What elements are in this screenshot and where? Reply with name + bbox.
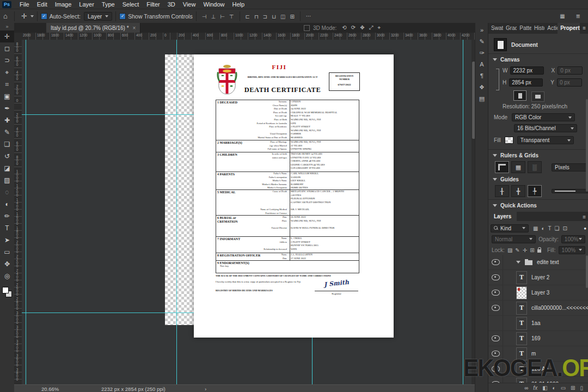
- orientation-landscape-button[interactable]: [531, 91, 544, 102]
- layer-mask-icon[interactable]: ◧: [542, 385, 547, 391]
- menu-item-3d[interactable]: 3D: [164, 1, 179, 8]
- eyedropper-tool[interactable]: ✒: [0, 102, 14, 114]
- menu-item-view[interactable]: View: [179, 1, 200, 8]
- lasso-tool[interactable]: ⊃: [0, 54, 14, 66]
- move-tool-icon[interactable]: ✛: [18, 12, 30, 20]
- align-0-icon[interactable]: ⊣: [200, 14, 209, 20]
- close-icon[interactable]: ×: [133, 25, 136, 31]
- layers-scrollbar[interactable]: [586, 255, 588, 288]
- distribute-2-icon[interactable]: ⊐: [261, 14, 270, 20]
- foreground-color-swatch[interactable]: [2, 287, 9, 293]
- visibility-toggle[interactable]: [488, 301, 503, 315]
- ruler-corner[interactable]: [14, 33, 22, 40]
- guide-vertical[interactable]: [176, 40, 177, 384]
- chevron-down-icon[interactable]: [30, 15, 34, 17]
- tab-layers[interactable]: Layers: [488, 212, 517, 221]
- filter-type-4-icon[interactable]: ⊡: [563, 225, 567, 231]
- clone-stamp-tool[interactable]: ❏: [0, 138, 14, 150]
- home-icon[interactable]: ⌂: [0, 12, 11, 20]
- libraries-panel-icon[interactable]: ▤: [475, 95, 488, 103]
- distribute-1-icon[interactable]: ⊓: [252, 14, 261, 20]
- status-caret-icon[interactable]: ›: [205, 386, 206, 392]
- guides-button-2[interactable]: ╄: [528, 185, 542, 197]
- lock-option-3-icon[interactable]: ⊞: [530, 247, 534, 253]
- properties-scrollbar[interactable]: [586, 99, 588, 192]
- horizontal-ruler[interactable]: 2000180016001400120010008006004002000200…: [22, 33, 475, 40]
- adjustment-layer-icon[interactable]: ◐: [553, 385, 556, 391]
- color-swatches[interactable]: [0, 285, 14, 299]
- align-1-icon[interactable]: ⊥: [209, 14, 218, 20]
- path-select-tool[interactable]: ➤: [0, 234, 14, 246]
- visibility-toggle[interactable]: [488, 316, 503, 330]
- layer-row[interactable]: T169: [488, 331, 588, 346]
- mode-3d-2-icon[interactable]: ✥: [358, 24, 366, 30]
- visibility-toggle[interactable]: [488, 331, 503, 346]
- delete-layer-icon[interactable]: ▯: [580, 385, 583, 391]
- vertical-ruler[interactable]: 8006004002000200400600800100012001400160…: [14, 40, 22, 384]
- ruler-units-dropdown[interactable]: Pixels: [552, 163, 588, 171]
- lock-option-1-icon[interactable]: ✎: [515, 247, 519, 253]
- lock-all-icon[interactable]: [537, 249, 541, 253]
- chevron-down-icon[interactable]: [493, 204, 497, 207]
- gradient-tool[interactable]: ▨: [0, 174, 14, 186]
- fill-swatch[interactable]: [505, 137, 513, 144]
- mode-3d-3-icon[interactable]: ⤢: [367, 24, 376, 30]
- visibility-toggle[interactable]: [488, 255, 503, 270]
- menu-item-file[interactable]: File: [16, 1, 33, 8]
- auto-select-checkbox[interactable]: ✓: [41, 13, 47, 20]
- eraser-tool[interactable]: ◪: [0, 162, 14, 174]
- guides-button-0[interactable]: ╂: [495, 185, 509, 197]
- menu-item-filter[interactable]: Filter: [143, 1, 163, 8]
- dodge-tool[interactable]: ◐: [0, 198, 14, 210]
- mode-3d-1-icon[interactable]: ⟳: [349, 24, 358, 30]
- chevron-down-icon[interactable]: [493, 154, 497, 157]
- character-panel-icon[interactable]: A: [475, 61, 488, 69]
- canvas-height-field[interactable]: 2854 px: [509, 78, 543, 87]
- filter-kind-dropdown[interactable]: Kind: [491, 224, 529, 232]
- guide-horizontal[interactable]: [22, 313, 194, 313]
- glyphs-panel-icon[interactable]: ❖: [475, 84, 488, 91]
- workspace-1-icon[interactable]: ≣: [574, 13, 583, 19]
- mode-3d-0-icon[interactable]: ⟲: [340, 24, 348, 30]
- mode-3d-4-icon[interactable]: ⌖: [376, 24, 383, 30]
- visibility-toggle[interactable]: [488, 285, 503, 300]
- collapse-toolbar-icon[interactable]: »: [0, 23, 14, 30]
- distribute-0-icon[interactable]: ⊏: [243, 14, 252, 20]
- canvas-width-field[interactable]: 2232 px: [510, 66, 544, 75]
- chevron-down-icon[interactable]: [516, 261, 520, 264]
- tab-gradi[interactable]: Gradi: [503, 23, 517, 34]
- panel-menu-icon[interactable]: ≡: [580, 212, 588, 221]
- pen-tool[interactable]: ✏: [0, 210, 14, 222]
- new-layer-icon[interactable]: ⊞: [571, 385, 575, 391]
- link-dimensions-icon[interactable]: [496, 69, 499, 90]
- zoom-level[interactable]: 20.66%: [41, 386, 101, 392]
- layer-row[interactable]: Layer 3: [488, 285, 588, 301]
- marquee-tool[interactable]: ◻: [0, 42, 14, 54]
- lock-option-2-icon[interactable]: ✛: [523, 247, 527, 253]
- chevron-down-icon[interactable]: [493, 178, 497, 181]
- distribute-3-icon[interactable]: ⊔: [270, 14, 278, 20]
- object-selection-tool[interactable]: ⌖: [0, 66, 14, 78]
- tab-properties[interactable]: Properties: [558, 23, 580, 34]
- menu-item-help[interactable]: Help: [229, 1, 249, 8]
- menu-item-select[interactable]: Select: [119, 1, 143, 8]
- menu-item-image[interactable]: Image: [51, 1, 76, 8]
- more-options-icon[interactable]: ⋯: [304, 13, 314, 19]
- move-tool[interactable]: ✛: [0, 30, 14, 42]
- guide-vertical[interactable]: [26, 40, 26, 384]
- crop-tool[interactable]: ⌗: [0, 78, 14, 90]
- mode-3d-icon[interactable]: [304, 25, 310, 31]
- guides-button-1[interactable]: ╋: [511, 185, 525, 197]
- panel-menu-icon[interactable]: ≡: [580, 23, 588, 34]
- guide-horizontal[interactable]: [22, 114, 194, 115]
- fill-dropdown[interactable]: Transparent: [517, 136, 574, 144]
- new-group-icon[interactable]: ▭: [561, 385, 566, 391]
- filter-type-2-icon[interactable]: T: [548, 225, 552, 231]
- menu-item-type[interactable]: Type: [98, 1, 119, 8]
- filter-type-3-icon[interactable]: ❏: [555, 225, 560, 231]
- toggle-rulers-button[interactable]: [495, 161, 509, 173]
- guide-vertical[interactable]: [463, 40, 463, 384]
- layer-row[interactable]: TLayer 2: [488, 270, 588, 285]
- brush-tool[interactable]: ✎: [0, 126, 14, 138]
- align-3-icon[interactable]: ⊤: [227, 14, 236, 20]
